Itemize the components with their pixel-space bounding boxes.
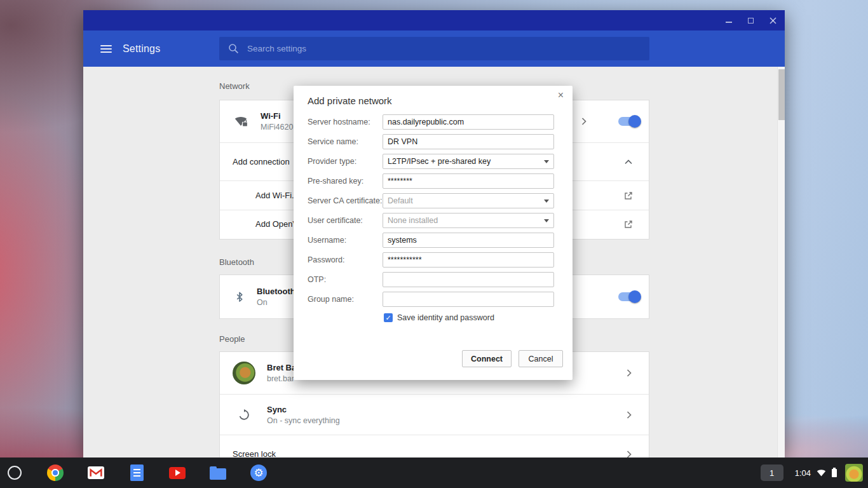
window-controls [725, 10, 776, 30]
server-ca-certificate-select: Default [383, 193, 554, 208]
docs-app-button[interactable] [128, 464, 145, 481]
bluetooth-icon [235, 291, 244, 303]
settings-toolbar: Settings [83, 30, 785, 67]
pre-shared-key-label: Pre-shared key: [308, 177, 383, 186]
screen-lock-row[interactable]: Screen lock [220, 435, 649, 458]
bluetooth-title: Bluetooth [257, 287, 295, 296]
chevron-right-icon [627, 451, 632, 458]
chevron-right-icon [581, 118, 587, 125]
add-connection-label: Add connection [233, 157, 290, 166]
dialog-title: Add private network [308, 95, 392, 106]
section-heading-bluetooth: Bluetooth [219, 257, 254, 267]
server-hostname-label: Server hostname: [308, 118, 383, 126]
files-app-button[interactable] [210, 464, 226, 481]
shelf-avatar[interactable] [845, 464, 863, 482]
youtube-icon [169, 467, 186, 479]
profile-avatar [233, 362, 255, 384]
notification-badge[interactable]: 1 [761, 464, 783, 481]
dropdown-caret-icon [544, 200, 549, 203]
battery-icon [832, 469, 837, 477]
dropdown-caret-icon [544, 219, 549, 222]
dialog-close-button[interactable]: × [558, 90, 564, 100]
menu-icon[interactable] [100, 45, 112, 53]
pre-shared-key-field[interactable] [383, 173, 554, 189]
add-private-network-dialog: Add private network × Server hostname: S… [294, 86, 573, 380]
search-input[interactable] [247, 44, 649, 53]
save-identity-label[interactable]: Save identity and password [397, 313, 494, 322]
shelf-apps: ⚙ [6, 464, 267, 481]
wifi-toggle[interactable] [618, 117, 640, 126]
connect-button[interactable]: Connect [462, 350, 512, 367]
user-certificate-select: None installed [383, 213, 554, 228]
server-ca-certificate-value: Default [388, 196, 413, 205]
service-name-field[interactable] [383, 134, 554, 149]
clock: 1:04 [795, 468, 811, 478]
wifi-subtitle: MiFi4620L [261, 123, 297, 132]
maximize-button[interactable] [747, 17, 754, 24]
launcher-button[interactable] [6, 464, 23, 481]
cancel-button[interactable]: Cancel [519, 350, 563, 367]
shelf: ⚙ 1 1:04 [0, 458, 868, 488]
username-label: Username: [308, 236, 383, 245]
docs-icon [130, 464, 144, 481]
search-icon [228, 43, 239, 54]
provider-type-value: L2TP/IPsec + pre-shared key [388, 157, 491, 166]
external-link-icon[interactable] [624, 220, 633, 229]
chrome-app-button[interactable] [47, 464, 64, 481]
chevron-right-icon [627, 411, 632, 419]
section-heading-people: People [219, 334, 245, 344]
provider-type-label: Provider type: [308, 157, 383, 166]
bluetooth-status: On [257, 298, 295, 307]
server-hostname-field[interactable] [383, 114, 554, 130]
scrollbar-track[interactable] [777, 67, 785, 458]
user-certificate-value: None installed [388, 216, 438, 225]
close-icon [770, 17, 776, 24]
search-box[interactable] [219, 37, 649, 60]
status-area[interactable]: 1 1:04 [761, 464, 868, 482]
section-heading-network: Network [219, 81, 250, 91]
otp-label: OTP: [308, 275, 383, 284]
screen-lock-label: Screen lock [233, 449, 276, 458]
username-field[interactable] [383, 233, 554, 248]
sync-row[interactable]: Sync On - sync everything [220, 394, 649, 435]
password-field[interactable] [383, 252, 554, 268]
wifi-title: Wi-Fi [261, 111, 297, 121]
chrome-icon [47, 464, 64, 481]
user-certificate-label: User certificate: [308, 216, 383, 225]
window-titlebar [83, 10, 785, 30]
bluetooth-toggle[interactable] [618, 292, 640, 301]
maximize-icon [748, 18, 754, 24]
scrollbar-thumb[interactable] [778, 69, 785, 120]
wifi-status-icon [817, 469, 826, 477]
service-name-label: Service name: [308, 137, 383, 146]
page-title: Settings [123, 43, 160, 55]
youtube-app-button[interactable] [169, 464, 186, 481]
minimize-button[interactable] [725, 17, 732, 24]
server-ca-certificate-label: Server CA certificate: [308, 196, 383, 205]
gear-icon: ⚙ [250, 464, 267, 481]
sync-title: Sync [267, 405, 340, 414]
provider-type-select[interactable]: L2TP/IPsec + pre-shared key [383, 154, 554, 169]
gmail-app-button[interactable] [88, 464, 104, 481]
minimize-icon [726, 22, 732, 23]
settings-app-button[interactable]: ⚙ [250, 464, 267, 481]
window-close-button[interactable] [770, 17, 776, 24]
wifi-icon [234, 116, 248, 127]
external-link-icon[interactable] [624, 191, 633, 200]
group-name-field[interactable] [383, 292, 554, 307]
group-name-label: Group name: [308, 295, 383, 304]
save-identity-checkbox[interactable]: ✓ [384, 313, 393, 322]
chevron-right-icon [627, 369, 632, 377]
otp-field[interactable] [383, 272, 554, 287]
add-wifi-label: Add Wi-Fi... [255, 191, 299, 200]
launcher-icon [8, 466, 22, 480]
sync-icon [238, 409, 250, 421]
chevron-up-icon[interactable] [625, 159, 632, 165]
password-label: Password: [308, 255, 383, 264]
files-icon [210, 468, 226, 480]
gmail-icon [88, 466, 104, 479]
dropdown-caret-icon [544, 160, 549, 163]
sync-status: On - sync everything [267, 416, 340, 425]
